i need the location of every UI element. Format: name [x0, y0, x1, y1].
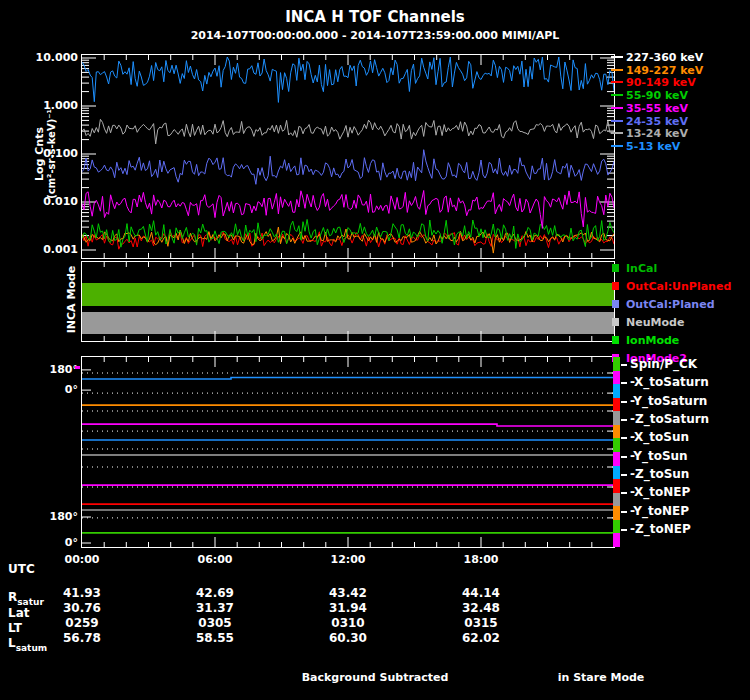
attitude-legend-label: -Z_toSun	[630, 467, 689, 481]
strip-segment	[613, 493, 620, 507]
mode-legend-label: IonMode	[626, 334, 679, 347]
mode-legend-label: OutCal:Planed	[626, 298, 715, 311]
legend-item-label: 24-35 keV	[626, 115, 688, 128]
mode-legend-chip	[612, 318, 619, 326]
table-value: 0259	[47, 616, 117, 630]
table-row-label: UTC	[8, 562, 35, 576]
tof-ytick-label: 0.010	[28, 195, 78, 208]
table-row-label: Lsatum	[8, 636, 47, 650]
page-title: INCA H TOF Channels	[0, 8, 750, 26]
attitude-legend-tick	[621, 529, 627, 531]
attitude-ytick-label: 0°	[34, 383, 78, 396]
attitude-legend-label: -Y_toNEP	[630, 504, 689, 518]
tof-ytick-label: 0.001	[28, 243, 78, 256]
table-value: 58.55	[180, 631, 250, 645]
legend-item-label: 149-227 keV	[626, 64, 703, 77]
table-value: 42.69	[180, 586, 250, 600]
attitude-ytick-label: 180°	[34, 510, 78, 523]
legend-tick	[611, 120, 623, 122]
table-value: 31.37	[180, 601, 250, 615]
table-value: 0315	[446, 616, 516, 630]
mode-bar	[82, 312, 614, 334]
attitude-legend-tick	[621, 456, 627, 458]
strip-segment	[613, 384, 620, 398]
legend-tick	[611, 81, 623, 83]
mode-legend-chip	[612, 264, 619, 272]
legend-tick	[611, 145, 623, 147]
tof-ytick-label: 0.100	[28, 147, 78, 160]
legend-item-label: 35-55 keV	[626, 102, 688, 115]
table-value: 60.30	[313, 631, 383, 645]
table-row-label: Rsatur	[8, 590, 44, 604]
legend-tick	[611, 69, 623, 71]
table-value: 32.48	[446, 601, 516, 615]
tof-plot	[82, 55, 614, 258]
legend-item-label: 227-360 keV	[626, 51, 703, 64]
attitude-legend-tick	[621, 364, 627, 366]
strip-segment	[613, 425, 620, 439]
mode-legend-chip	[612, 282, 619, 290]
tof-ytick-label: 1.000	[28, 99, 78, 112]
footer-background-subtracted: Background Subtracted	[275, 671, 475, 684]
attitude-legend-label: -X_toSun	[630, 430, 689, 444]
attitude-plot	[82, 357, 614, 547]
legend-tick	[611, 107, 623, 109]
table-value: 43.42	[313, 586, 383, 600]
utc-tick-label: 06:00	[180, 553, 250, 566]
table-value: 44.14	[446, 586, 516, 600]
inca-mode-panel	[81, 261, 615, 342]
attitude-legend-label: Spin/P_CK	[630, 357, 697, 371]
mode-legend-chip	[612, 336, 619, 344]
attitude-legend-label: -Y_toSaturn	[630, 394, 707, 408]
strip-segment	[613, 371, 620, 385]
table-value: 30.76	[47, 601, 117, 615]
strip-segment	[613, 479, 620, 493]
inca-mode-axis-label: INCA Mode	[65, 240, 78, 360]
legend-item-label: 90-149 keV	[626, 76, 696, 89]
legend-tick	[611, 132, 623, 134]
footer-stare-mode: in Stare Mode	[526, 671, 676, 684]
attitude-legend-tick	[621, 492, 627, 494]
mode-legend-label: OutCal:UnPlaned	[626, 280, 731, 293]
mimi-inca-summary-plot: INCA H TOF Channels 2014-107T00:00:00.00…	[0, 0, 750, 700]
attitude-line	[82, 424, 614, 426]
mode-legend-label: InCal	[626, 262, 657, 275]
strip-segment	[613, 411, 620, 425]
legend-tick	[611, 94, 623, 96]
utc-tick-label: 18:00	[446, 553, 516, 566]
legend-tick	[611, 56, 623, 58]
attitude-legend-tick	[621, 511, 627, 513]
attitude-legend-tick	[621, 382, 627, 384]
attitude-ytick-label: 180°	[34, 363, 78, 376]
table-value: 31.94	[313, 601, 383, 615]
table-row-label-text: UTC	[8, 562, 35, 576]
strip-segment	[613, 533, 620, 547]
table-value: 0305	[180, 616, 250, 630]
mode-legend-label: NeuMode	[626, 316, 684, 329]
utc-tick-label: 00:00	[47, 553, 117, 566]
table-row-label-text: R	[8, 590, 17, 604]
mode-legend-chip	[612, 300, 619, 308]
tof-ytick-label: 10.000	[28, 51, 78, 64]
time-range-subtitle: 2014-107T00:00:00.000 - 2014-107T23:59:0…	[0, 29, 750, 42]
legend-item-label: 13-24 keV	[626, 127, 688, 140]
attitude-legend-label: -Z_toNEP	[630, 522, 691, 536]
table-value: 56.78	[47, 631, 117, 645]
attitude-legend-label: -X_toNEP	[630, 485, 690, 499]
attitude-ytick-label: 0°	[34, 536, 78, 549]
table-row-label-subscript: satum	[16, 643, 48, 653]
strip-segment	[613, 398, 620, 412]
strip-segment	[613, 452, 620, 466]
series-35-55 keV	[82, 191, 614, 229]
strip-segment	[613, 506, 620, 520]
strip-segment	[613, 357, 620, 371]
attitude-line	[82, 378, 614, 380]
table-row-label-text: Lat	[8, 606, 29, 620]
utc-tick-label: 12:00	[313, 553, 383, 566]
legend-item-label: 5-13 keV	[626, 140, 680, 153]
strip-segment	[613, 466, 620, 480]
series-24-35 keV	[82, 150, 614, 185]
attitude-legend-tick	[621, 437, 627, 439]
inca-mode-plot	[82, 262, 614, 341]
series-55-90 keV	[82, 219, 614, 248]
